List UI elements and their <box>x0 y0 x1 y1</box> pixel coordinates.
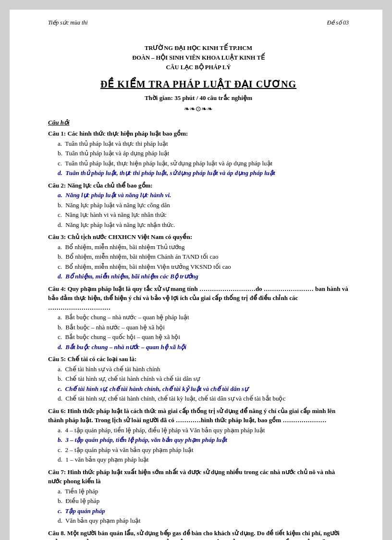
q8-stem: Một người bán quán lẩu, sử dụng bếp gas … <box>48 529 343 540</box>
q6-opt-b: b. 3 – tập quán pháp, tiền lệ pháp, văn … <box>58 435 349 445</box>
q5-stem: Chế tài có các loại sau là: <box>67 355 136 363</box>
institution-line2: ĐOÀN – HỘI SINH VIÊN KHOA LUẬT KINH TẾ <box>48 53 349 63</box>
q6-title: Câu 6: Hình thức pháp luật là cách thức … <box>48 406 349 425</box>
q4-opt-d: d. Bắt buộc chung – nhà nước – quan hệ x… <box>58 342 349 352</box>
q4-stem: Quy phạm pháp luật là quy tắc xử sự mang… <box>48 285 348 311</box>
q5-title: Câu 5: Chế tài có các loại sau là: <box>48 354 349 364</box>
q2-opt-c: c. Năng lực hành vi và năng lực nhân thứ… <box>58 210 349 220</box>
q7-label: Câu 7: <box>48 468 66 476</box>
q5-label: Câu 5: <box>48 355 66 363</box>
q7-opt-d: d. Văn bản quy phạm pháp luật <box>58 516 349 526</box>
q1-opt-c: c. Tuân thủ pháp luật, thực hiện pháp lu… <box>58 159 349 168</box>
q2-opt-a: a. Năng lực pháp luật và năng lực hành v… <box>58 190 349 200</box>
q6-label: Câu 6: <box>48 407 66 414</box>
q8-label: Câu 8. <box>48 529 65 537</box>
question-6: Câu 6: Hình thức pháp luật là cách thức … <box>48 406 349 465</box>
q7-title: Câu 7: Hình thức pháp luật xuất hiện sớm… <box>48 467 349 486</box>
q6-stem: Hình thức pháp luật là cách thức mà giai… <box>48 407 335 424</box>
q4-title: Câu 4: Quy phạm pháp luật là quy tắc xử … <box>48 284 349 313</box>
exam-subtitle: Thời gian: 35 phút / 40 câu trắc nghiệm <box>48 93 349 103</box>
institution-line1: TRƯỜNG ĐẠI HỌC KINH TẾ TP.HCM <box>48 43 349 53</box>
q6-opt-a: a. 4 – tập quán pháp, tiền lệ pháp, điều… <box>58 426 349 435</box>
q4-opt-b: b. Bắt buộc – nhà nước – quan hệ xã hội <box>58 323 349 332</box>
question-3: Câu 3: Chủ tịch nước CHXHCN Việt Nam có … <box>48 232 349 281</box>
q7-stem: Hình thức pháp luật xuất hiện sớm nhất v… <box>48 468 335 485</box>
q7-options: a. Tiền lệ pháp b. Điều lệ pháp c. Tập q… <box>58 487 349 526</box>
question-4: Câu 4: Quy phạm pháp luật là quy tắc xử … <box>48 284 349 352</box>
section-title: Câu hỏi <box>48 118 349 127</box>
exam-title: ĐỀ KIỂM TRA PHÁP LUẬT ĐẠI CƯƠNG <box>48 77 349 91</box>
q4-opt-a: a. Bắt buộc chung – nhà nước – quan hệ p… <box>58 313 349 322</box>
q5-opt-b: b. Chế tài hình sự, chế tài hành chính v… <box>58 374 349 384</box>
q1-stem: Các hình thức thực hiện pháp luật bao gồ… <box>67 130 188 137</box>
q1-title: Câu 1: Các hình thức thực hiện pháp luật… <box>48 129 349 138</box>
q4-opt-c: c. Bắt buộc chung – quốc hội – quan hệ x… <box>58 332 349 342</box>
q4-options: a. Bắt buộc chung – nhà nước – quan hệ p… <box>58 313 349 352</box>
q3-opt-b: b. Bổ nhiệm, miễn nhiệm, bãi nhiệm Chánh… <box>58 252 349 262</box>
q1-opt-a: a. Tuân thủ pháp luật và thực thi pháp l… <box>58 139 349 149</box>
q3-title: Câu 3: Chủ tịch nước CHXHCN Việt Nam có … <box>48 232 349 242</box>
q7-opt-a: a. Tiền lệ pháp <box>58 487 349 496</box>
q5-options: a. Chế tài hình sự và chế tài hành chính… <box>58 364 349 403</box>
institution-line3: CÂU LẠC BỘ PHÁP LÝ <box>48 63 349 72</box>
q3-opt-c: c. Bổ nhiệm, miễn nhiệm, bãi nhiệm Viện … <box>58 262 349 272</box>
q2-opt-b: b. Năng lực pháp luật và năng lực công d… <box>58 201 349 210</box>
q1-opt-d: d. Tuân thủ pháp luật, thực thi pháp luậ… <box>58 168 349 178</box>
q5-opt-d: d. Chế tài hình sự, chế tài hành chính, … <box>58 394 349 403</box>
q8-title: Câu 8. Một người bán quán lẩu, sử dụng b… <box>48 528 349 540</box>
question-2: Câu 2: Năng lực của chủ thể bao gồm: a. … <box>48 181 349 230</box>
question-8: Câu 8. Một người bán quán lẩu, sử dụng b… <box>48 528 349 540</box>
q4-label: Câu 4: <box>48 285 66 292</box>
q1-label: Câu 1: <box>48 130 66 137</box>
q6-options: a. 4 – tập quán pháp, tiền lệ pháp, điều… <box>58 426 349 465</box>
q7-opt-c: c. Tập quán pháp <box>58 506 349 516</box>
q1-options: a. Tuân thủ pháp luật và thực thi pháp l… <box>58 139 349 178</box>
q2-title: Câu 2: Năng lực của chủ thể bao gồm: <box>48 181 349 190</box>
q3-stem: Chủ tịch nước CHXHCN Việt Nam có quyền: <box>67 233 192 240</box>
q6-opt-c: c. 2 – tập quán pháp và văn bản quy phạm… <box>58 445 349 455</box>
q2-stem: Năng lực của chủ thể bao gồm: <box>67 182 152 189</box>
q3-opt-d: d. Bổ nhiệm, miễn nhiệm, bãi nhiệm các B… <box>58 272 349 281</box>
q3-opt-a: a. Bổ nhiệm, miễn nhiệm, bãi nhiệm Thủ t… <box>58 242 349 252</box>
q3-label: Câu 3: <box>48 233 66 240</box>
question-5: Câu 5: Chế tài có các loại sau là: a. Ch… <box>48 354 349 403</box>
header-right: Đề số 03 <box>327 18 349 27</box>
q2-options: a. Năng lực pháp luật và năng lực hành v… <box>58 190 349 229</box>
decorative: ❧❧⊙❧❧ <box>48 104 349 114</box>
q2-opt-d: d. Năng lực pháp luật và năng lực nhận t… <box>58 220 349 230</box>
question-1: Câu 1: Các hình thức thực hiện pháp luật… <box>48 129 349 178</box>
q1-opt-b: b. Tuân thủ pháp luật và áp dụng pháp lu… <box>58 149 349 158</box>
header-left: Tiếp sức mùa thi <box>48 18 88 27</box>
q2-label: Câu 2: <box>48 182 66 189</box>
question-7: Câu 7: Hình thức pháp luật xuất hiện sớm… <box>48 467 349 526</box>
q3-options: a. Bổ nhiệm, miễn nhiệm, bãi nhiệm Thủ t… <box>58 242 349 281</box>
institution: TRƯỜNG ĐẠI HỌC KINH TẾ TP.HCM ĐOÀN – HỘI… <box>48 43 349 72</box>
q5-opt-c: c. Chế tài hình sự, chế tài hành chính, … <box>58 384 349 394</box>
q5-opt-a: a. Chế tài hình sự và chế tài hành chính <box>58 364 349 374</box>
page: Tiếp sức mùa thi Đề số 03 TRƯỜNG ĐẠI HỌC… <box>10 10 382 540</box>
q7-opt-b: b. Điều lệ pháp <box>58 496 349 506</box>
q6-opt-d: d. 1 – văn bản quy phạm pháp luật <box>58 455 349 465</box>
